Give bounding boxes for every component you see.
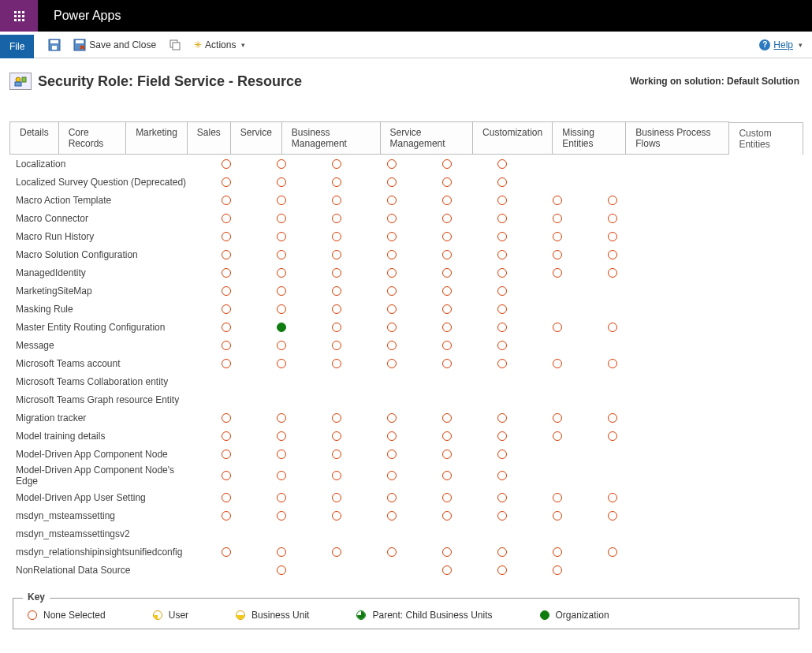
permission-cell[interactable] <box>530 413 585 423</box>
row-label[interactable]: msdyn_msteamssettingsv2 <box>9 528 199 539</box>
permission-cell[interactable] <box>530 431 585 441</box>
permission-cell[interactable] <box>475 159 530 169</box>
permission-cell[interactable] <box>530 268 585 278</box>
permission-cell[interactable] <box>419 359 475 368</box>
permission-cell[interactable] <box>309 232 364 241</box>
permission-cell[interactable] <box>364 214 419 223</box>
permission-cell[interactable] <box>585 359 640 368</box>
permissions-grid[interactable]: LocalizationLocalized Survey Question (D… <box>9 155 803 580</box>
permission-cell[interactable] <box>309 286 364 296</box>
permission-cell[interactable] <box>309 493 364 502</box>
row-label[interactable]: Localized Survey Question (Deprecated) <box>9 177 199 188</box>
permission-cell[interactable] <box>364 177 419 187</box>
permission-cell[interactable] <box>254 323 309 332</box>
permission-cell[interactable] <box>254 565 309 575</box>
permission-cell[interactable] <box>419 196 475 205</box>
tab-service-management[interactable]: Service Management <box>380 121 474 154</box>
permission-cell[interactable] <box>254 196 309 205</box>
permission-cell[interactable] <box>309 250 364 259</box>
permission-cell[interactable] <box>254 250 309 259</box>
permission-cell[interactable] <box>475 232 530 241</box>
permission-cell[interactable] <box>530 493 585 502</box>
permission-cell[interactable] <box>309 547 364 557</box>
permission-cell[interactable] <box>309 177 364 187</box>
permission-cell[interactable] <box>364 196 419 205</box>
permission-cell[interactable] <box>475 323 530 332</box>
row-label[interactable]: Model-Driven App User Setting <box>9 492 199 503</box>
row-label[interactable]: Microsoft Teams Collaboration entity <box>9 376 199 387</box>
permission-cell[interactable] <box>585 196 640 205</box>
row-label[interactable]: Macro Action Template <box>9 195 199 206</box>
help-menu-button[interactable]: ? Help <box>759 39 812 50</box>
row-label[interactable]: msdyn_msteamssetting <box>9 510 199 521</box>
permission-cell[interactable] <box>475 565 530 575</box>
row-label[interactable]: Macro Run History <box>9 231 199 242</box>
tab-details[interactable]: Details <box>9 121 59 154</box>
permission-cell[interactable] <box>530 565 585 575</box>
permission-cell[interactable] <box>199 232 254 241</box>
permission-cell[interactable] <box>364 232 419 241</box>
permission-cell[interactable] <box>585 250 640 259</box>
permission-cell[interactable] <box>309 413 364 423</box>
toolbar-separator-icon-button[interactable] <box>162 32 188 58</box>
tab-core-records[interactable]: Core Records <box>58 121 126 154</box>
row-label[interactable]: Model training details <box>9 431 199 442</box>
permission-cell[interactable] <box>419 431 475 441</box>
permission-cell[interactable] <box>475 341 530 350</box>
row-label[interactable]: NonRelational Data Source <box>9 565 199 576</box>
permission-cell[interactable] <box>254 214 309 223</box>
permission-cell[interactable] <box>309 341 364 350</box>
permission-cell[interactable] <box>475 450 530 459</box>
permission-cell[interactable] <box>199 196 254 205</box>
permission-cell[interactable] <box>585 214 640 223</box>
permission-cell[interactable] <box>199 304 254 314</box>
save-button[interactable] <box>42 32 67 58</box>
permission-cell[interactable] <box>475 304 530 314</box>
permission-cell[interactable] <box>530 250 585 259</box>
permission-cell[interactable] <box>309 268 364 278</box>
save-and-close-button[interactable]: Save and Close <box>67 32 162 58</box>
permission-cell[interactable] <box>530 196 585 205</box>
permission-cell[interactable] <box>475 413 530 423</box>
permission-cell[interactable] <box>475 359 530 368</box>
permission-cell[interactable] <box>475 493 530 502</box>
actions-menu-button[interactable]: Actions <box>188 32 251 58</box>
permission-cell[interactable] <box>364 304 419 314</box>
row-label[interactable]: ManagedIdentity <box>9 267 199 278</box>
permission-cell[interactable] <box>475 286 530 296</box>
permission-cell[interactable] <box>364 359 419 368</box>
permission-cell[interactable] <box>199 471 254 480</box>
permission-cell[interactable] <box>475 511 530 521</box>
permission-cell[interactable] <box>254 450 309 459</box>
permission-cell[interactable] <box>199 177 254 187</box>
permission-cell[interactable] <box>530 547 585 557</box>
row-label[interactable]: Model-Driven App Component Node's Edge <box>9 465 199 487</box>
permission-cell[interactable] <box>254 286 309 296</box>
row-label[interactable]: Master Entity Routing Configuration <box>9 322 199 333</box>
row-label[interactable]: Macro Solution Configuration <box>9 249 199 260</box>
permission-cell[interactable] <box>199 547 254 557</box>
row-label[interactable]: Masking Rule <box>9 304 199 315</box>
permission-cell[interactable] <box>419 250 475 259</box>
permission-cell[interactable] <box>309 471 364 480</box>
file-button[interactable]: File <box>0 35 34 58</box>
permission-cell[interactable] <box>419 214 475 223</box>
permission-cell[interactable] <box>199 159 254 169</box>
permission-cell[interactable] <box>419 268 475 278</box>
permission-cell[interactable] <box>254 304 309 314</box>
permission-cell[interactable] <box>585 547 640 557</box>
permission-cell[interactable] <box>364 431 419 441</box>
permission-cell[interactable] <box>585 413 640 423</box>
permission-cell[interactable] <box>419 471 475 480</box>
permission-cell[interactable] <box>419 341 475 350</box>
permission-cell[interactable] <box>419 159 475 169</box>
row-label[interactable]: Migration tracker <box>9 412 199 424</box>
row-label[interactable]: msdyn_relationshipinsightsunifiedconfig <box>9 547 199 558</box>
permission-cell[interactable] <box>309 214 364 223</box>
permission-cell[interactable] <box>199 493 254 502</box>
permission-cell[interactable] <box>585 493 640 502</box>
permission-cell[interactable] <box>585 431 640 441</box>
permission-cell[interactable] <box>199 323 254 332</box>
permission-cell[interactable] <box>475 471 530 480</box>
permission-cell[interactable] <box>199 511 254 521</box>
